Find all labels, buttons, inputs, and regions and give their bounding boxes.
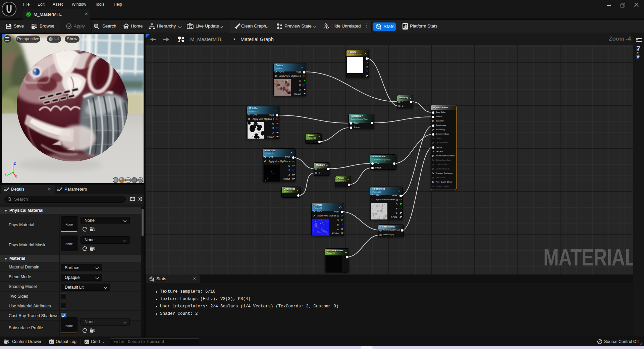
svg-text:X: X <box>15 174 17 178</box>
svg-text:Z: Z <box>14 162 16 165</box>
svg-text:Y: Y <box>4 172 7 176</box>
svg-text:i: i <box>380 27 381 30</box>
svg-text:i: i <box>153 279 154 282</box>
